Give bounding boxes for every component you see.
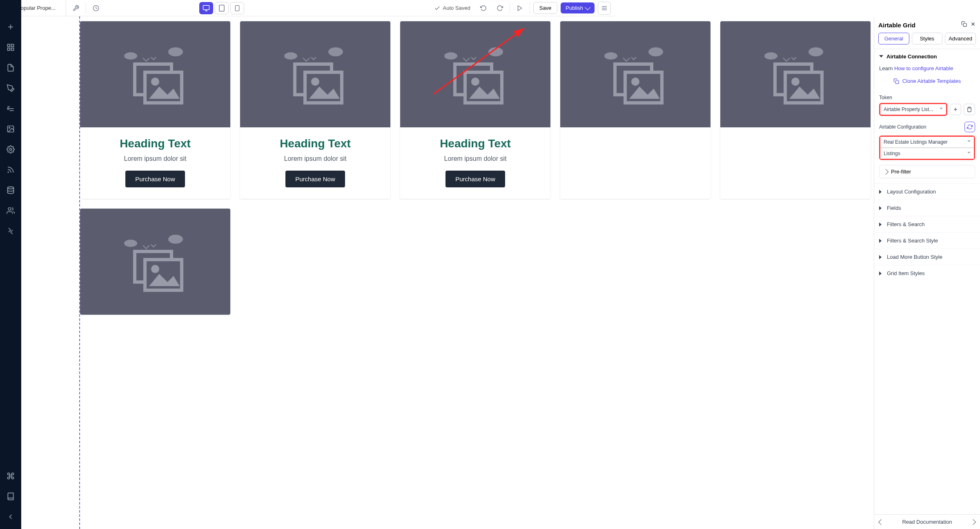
svg-rect-26 xyxy=(8,48,10,51)
svg-point-44 xyxy=(444,52,457,60)
top-toolbar: Popular Prope... Auto Saved Save Publish xyxy=(0,0,614,16)
pages-button[interactable] xyxy=(3,60,18,75)
check-icon xyxy=(434,5,441,11)
svg-rect-27 xyxy=(8,108,9,109)
database-button[interactable] xyxy=(3,183,18,198)
svg-point-45 xyxy=(488,47,503,56)
svg-point-32 xyxy=(8,187,14,189)
airtable-grid-preview: Heading Text Lorem ipsum dolor sit Purch… xyxy=(80,21,614,315)
svg-point-49 xyxy=(604,52,614,60)
svg-point-60 xyxy=(168,235,183,244)
svg-point-35 xyxy=(168,47,183,56)
svg-rect-24 xyxy=(11,44,14,47)
card-heading: Heading Text xyxy=(88,137,222,150)
svg-rect-13 xyxy=(219,5,224,11)
users-button[interactable] xyxy=(3,203,18,218)
svg-point-34 xyxy=(124,52,137,60)
history-button[interactable] xyxy=(89,2,102,15)
svg-rect-10 xyxy=(203,5,209,10)
media-button[interactable] xyxy=(3,122,18,136)
structure-button[interactable] xyxy=(3,101,18,116)
gear-icon[interactable] xyxy=(3,142,18,157)
publish-button[interactable]: Publish xyxy=(561,2,595,13)
add-element-button[interactable] xyxy=(3,20,18,34)
editor-canvas[interactable]: Heading Text Lorem ipsum dolor sit Purch… xyxy=(21,16,614,331)
blocks-button[interactable] xyxy=(3,40,18,55)
svg-marker-17 xyxy=(518,6,521,11)
card-image-placeholder xyxy=(80,21,230,127)
settings-wrench-button[interactable] xyxy=(69,2,82,15)
desktop-device-button[interactable] xyxy=(199,2,213,14)
hamburger-menu-button[interactable] xyxy=(598,2,611,15)
svg-rect-23 xyxy=(8,44,10,47)
tools-button[interactable] xyxy=(3,224,18,238)
page-name-label[interactable]: Popular Prope... xyxy=(17,0,66,16)
svg-point-48 xyxy=(471,78,479,86)
card-text: Lorem ipsum dolor sit xyxy=(88,155,222,162)
save-button[interactable]: Save xyxy=(533,2,558,14)
svg-point-29 xyxy=(9,127,10,129)
svg-point-31 xyxy=(8,172,9,173)
preview-button[interactable] xyxy=(513,2,526,15)
svg-point-59 xyxy=(124,240,137,247)
svg-point-30 xyxy=(10,149,12,151)
grid-card[interactable]: Heading TextLorem ipsum dolor sitPurchas… xyxy=(240,21,390,199)
svg-rect-25 xyxy=(11,48,14,51)
grid-card[interactable]: Heading Text Lorem ipsum dolor sit Purch… xyxy=(80,21,230,199)
undo-button[interactable] xyxy=(477,2,490,15)
autosave-status: Auto Saved xyxy=(434,5,470,11)
svg-point-63 xyxy=(151,265,159,273)
mobile-device-button[interactable] xyxy=(230,2,244,14)
grid-card[interactable] xyxy=(560,21,614,199)
grid-card[interactable]: Heading TextLorem ipsum dolor sitPurchas… xyxy=(400,21,550,199)
rss-button[interactable] xyxy=(3,162,18,177)
card-cta-button[interactable]: Purchase Now xyxy=(125,171,185,187)
svg-point-40 xyxy=(328,47,343,56)
svg-point-33 xyxy=(8,208,11,211)
svg-point-43 xyxy=(311,78,319,86)
device-preview-group xyxy=(199,2,244,14)
svg-rect-15 xyxy=(235,5,239,11)
design-button[interactable] xyxy=(3,81,18,96)
grid-card[interactable] xyxy=(80,209,230,315)
svg-point-38 xyxy=(151,78,159,86)
left-navigation-rail xyxy=(0,0,21,331)
svg-point-39 xyxy=(284,52,297,60)
tablet-device-button[interactable] xyxy=(215,2,229,14)
redo-button[interactable] xyxy=(493,2,506,15)
